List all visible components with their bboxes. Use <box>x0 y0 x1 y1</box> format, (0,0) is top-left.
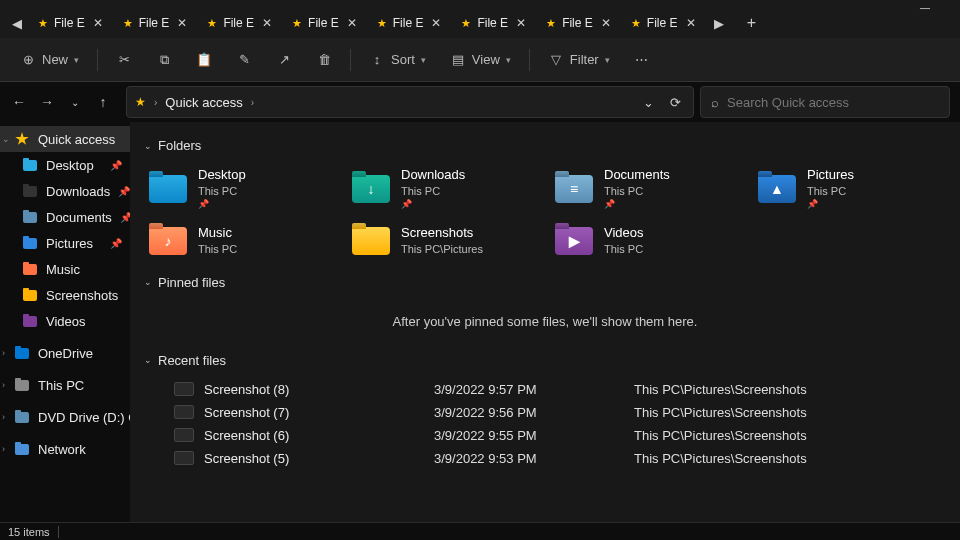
star-icon: ★ <box>377 17 387 30</box>
sidebar-item[interactable]: Pictures📌 <box>0 230 130 256</box>
recent-dropdown[interactable]: ⌄ <box>66 97 84 108</box>
new-tab-button[interactable]: + <box>738 9 766 37</box>
sidebar-root-item[interactable]: ›Network <box>0 436 130 462</box>
tab-label: File E <box>223 16 254 30</box>
folder-card[interactable]: ♪MusicThis PC <box>144 221 337 261</box>
sidebar-item[interactable]: Music <box>0 256 130 282</box>
folder-name: Documents <box>604 167 670 184</box>
tab[interactable]: ★File E✕ <box>115 9 198 37</box>
folder-icon: ♪ <box>148 225 188 257</box>
sidebar-root-item[interactable]: ›This PC <box>0 372 130 398</box>
search-icon: ⌕ <box>711 95 719 110</box>
address-dropdown[interactable]: ⌄ <box>639 95 658 110</box>
back-button[interactable]: ← <box>10 94 28 110</box>
rename-icon: ✎ <box>236 52 252 68</box>
tab[interactable]: ★File E✕ <box>623 9 706 37</box>
address-bar[interactable]: ★ › Quick access › ⌄ ⟳ <box>126 86 694 118</box>
copy-button[interactable]: ⧉ <box>146 46 182 74</box>
close-icon[interactable]: ✕ <box>516 16 526 30</box>
up-button[interactable]: ↑ <box>94 94 112 110</box>
close-icon[interactable]: ✕ <box>431 16 441 30</box>
star-icon: ★ <box>292 17 302 30</box>
section-pinned-header[interactable]: ⌄ Pinned files <box>144 275 946 290</box>
sidebar-quick-access[interactable]: ⌄ Quick access <box>0 126 130 152</box>
view-label: View <box>472 52 500 67</box>
thumbnail-icon <box>174 382 194 396</box>
folder-icon <box>22 209 38 225</box>
folder-icon <box>148 173 188 205</box>
folder-card[interactable]: ▶VideosThis PC <box>550 221 743 261</box>
view-button[interactable]: ▤ View ▾ <box>440 46 521 74</box>
section-recent-header[interactable]: ⌄ Recent files <box>144 353 946 368</box>
folder-card[interactable]: ≡DocumentsThis PC📌 <box>550 163 743 215</box>
new-label: New <box>42 52 68 67</box>
sidebar-item[interactable]: Desktop📌 <box>0 152 130 178</box>
folder-icon <box>22 313 38 329</box>
cut-button[interactable]: ✂ <box>106 46 142 74</box>
folder-card[interactable]: ▲PicturesThis PC📌 <box>753 163 946 215</box>
section-folders-header[interactable]: ⌄ Folders <box>144 138 946 153</box>
recent-file-row[interactable]: Screenshot (8)3/9/2022 9:57 PMThis PC\Pi… <box>144 378 946 401</box>
sidebar-item[interactable]: Documents📌 <box>0 204 130 230</box>
close-icon[interactable]: ✕ <box>347 16 357 30</box>
tab[interactable]: ★File E✕ <box>199 9 282 37</box>
chevron-down-icon: ▾ <box>605 55 610 65</box>
filter-button[interactable]: ▽ Filter ▾ <box>538 46 620 74</box>
status-item-count: 15 items <box>8 526 50 538</box>
sidebar-item[interactable]: Videos <box>0 308 130 334</box>
recent-file-row[interactable]: Screenshot (6)3/9/2022 9:55 PMThis PC\Pi… <box>144 424 946 447</box>
share-button[interactable]: ↗ <box>266 46 302 74</box>
close-icon[interactable]: ✕ <box>177 16 187 30</box>
folder-card[interactable]: ScreenshotsThis PC\Pictures <box>347 221 540 261</box>
more-button[interactable]: ⋯ <box>624 46 660 74</box>
sidebar-item-label: DVD Drive (D:) CI <box>38 410 130 425</box>
search-input[interactable] <box>727 95 939 110</box>
paste-button[interactable]: 📋 <box>186 46 222 74</box>
rename-button[interactable]: ✎ <box>226 46 262 74</box>
recent-file-row[interactable]: Screenshot (7)3/9/2022 9:56 PMThis PC\Pi… <box>144 401 946 424</box>
close-icon[interactable]: ✕ <box>601 16 611 30</box>
folder-card[interactable]: ↓DownloadsThis PC📌 <box>347 163 540 215</box>
delete-button[interactable]: 🗑 <box>306 46 342 74</box>
close-icon[interactable]: ✕ <box>93 16 103 30</box>
tab-label: File E <box>308 16 339 30</box>
refresh-button[interactable]: ⟳ <box>666 95 685 110</box>
new-button[interactable]: ⊕ New ▾ <box>10 46 89 74</box>
pinned-empty-message: After you've pinned some files, we'll sh… <box>144 300 946 347</box>
tab[interactable]: ★File E✕ <box>30 9 113 37</box>
sidebar-root-item[interactable]: ›OneDrive <box>0 340 130 366</box>
tab[interactable]: ★File E✕ <box>369 9 452 37</box>
forward-button[interactable]: → <box>38 94 56 110</box>
folder-location: This PC <box>807 184 854 198</box>
tab[interactable]: ★File E✕ <box>453 9 536 37</box>
close-icon[interactable]: ✕ <box>262 16 272 30</box>
minimize-icon[interactable]: ─ <box>920 0 930 16</box>
sort-button[interactable]: ↕ Sort ▾ <box>359 46 436 74</box>
tab-scroll-right[interactable]: ▶ <box>708 12 730 34</box>
search-box[interactable]: ⌕ <box>700 86 950 118</box>
file-name: Screenshot (8) <box>204 382 289 397</box>
separator <box>529 49 530 71</box>
thumbnail-icon <box>174 405 194 419</box>
close-icon[interactable]: ✕ <box>686 16 696 30</box>
sidebar-item[interactable]: Downloads📌 <box>0 178 130 204</box>
sidebar-item[interactable]: Screenshots <box>0 282 130 308</box>
titlebar: ─ <box>0 0 960 8</box>
pin-icon: 📌 <box>118 186 130 197</box>
tab-scroll-left[interactable]: ◀ <box>6 12 28 34</box>
tab[interactable]: ★File E✕ <box>538 9 621 37</box>
sidebar: ⌄ Quick access Desktop📌Downloads📌Documen… <box>0 122 130 522</box>
tab[interactable]: ★File E✕ <box>284 9 367 37</box>
breadcrumb-current[interactable]: Quick access <box>165 95 242 110</box>
star-icon: ★ <box>38 17 48 30</box>
star-icon: ★ <box>546 17 556 30</box>
sidebar-item-label: Documents <box>46 210 112 225</box>
recent-file-row[interactable]: Screenshot (5)3/9/2022 9:53 PMThis PC\Pi… <box>144 447 946 470</box>
folder-location: This PC <box>198 184 246 198</box>
plus-circle-icon: ⊕ <box>20 52 36 68</box>
folder-location: This PC <box>604 184 670 198</box>
sort-label: Sort <box>391 52 415 67</box>
folder-card[interactable]: DesktopThis PC📌 <box>144 163 337 215</box>
file-path: This PC\Pictures\Screenshots <box>634 405 942 420</box>
sidebar-root-item[interactable]: ›DVD Drive (D:) CI <box>0 404 130 430</box>
